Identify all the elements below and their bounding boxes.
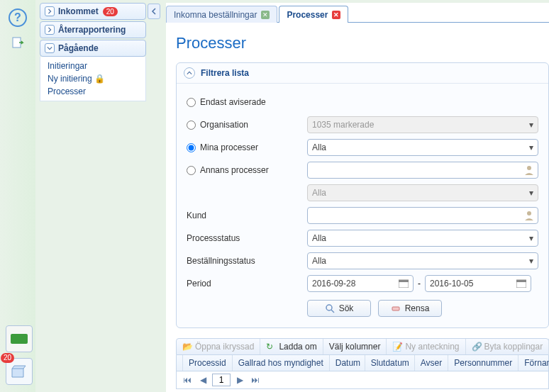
button-label: Byta kopplingar (484, 342, 543, 352)
panel-aterrapportering[interactable]: Återrapportering (40, 21, 146, 38)
reload-button[interactable]: ↻Ladda om (260, 339, 323, 354)
clear-button[interactable]: Rensa (378, 300, 442, 317)
pager-last[interactable]: ⏭ (249, 374, 262, 386)
col-slutdatum[interactable]: Slutdatum (365, 355, 415, 371)
date-value: 2016-10-05 (430, 279, 473, 289)
eraser-icon (391, 303, 401, 313)
dropdown-icon: ▾ (529, 233, 533, 243)
label: Kund (187, 211, 206, 220)
page-title: Processer (176, 34, 549, 52)
svg-rect-6 (516, 280, 526, 282)
annans-subselect: Alla▾ (307, 184, 538, 201)
sublink-ny-initiering[interactable]: Ny initiering 🔒 (48, 72, 145, 85)
doc-icon[interactable] (10, 35, 26, 51)
organisation-select: 1035 markerade▾ (307, 116, 538, 133)
new-note-button[interactable]: 📝Ny anteckning (387, 339, 465, 354)
svg-point-7 (326, 305, 332, 310)
dropdown-icon: ▾ (529, 142, 533, 152)
panel-label: Pågående (58, 43, 99, 53)
choose-columns-button[interactable]: Välj kolumner (323, 339, 387, 354)
date-value: 2016-09-28 (312, 279, 355, 289)
col-checkbox[interactable] (177, 355, 183, 371)
date-to-input[interactable]: 2016-10-05 (425, 275, 531, 292)
sidebar: Inkommet 20 Återrapportering Pågående In… (40, 3, 146, 103)
col-avser[interactable]: Avser (415, 355, 448, 371)
bestallningsstatus-select[interactable]: Alla▾ (307, 252, 538, 269)
col-personnummer[interactable]: Personnummer (448, 355, 518, 371)
panel-pagaende[interactable]: Pågående (40, 40, 146, 57)
kund-input[interactable] (307, 207, 538, 224)
date-from-input[interactable]: 2016-09-28 (307, 275, 414, 292)
dropdown-icon: ▾ (529, 120, 533, 130)
svg-line-8 (331, 310, 334, 313)
pager-next[interactable]: ▶ (233, 374, 246, 386)
mina-processer-select[interactable]: Alla▾ (307, 139, 538, 156)
calendar-icon[interactable] (516, 279, 526, 288)
panel-inkommet[interactable]: Inkommet 20 (40, 3, 146, 20)
svg-rect-9 (392, 307, 399, 310)
tab-inkomna-bestallningar[interactable]: Inkomna beställningar ✕ (166, 6, 277, 23)
radio-mina-processer[interactable] (187, 143, 196, 152)
tabbar: Inkomna beställningar ✕ Processer ✕ (166, 3, 549, 23)
filter-panel: Filtrera lista Endast aviserade Organisa… (176, 62, 549, 328)
button-label: Välj kolumner (329, 342, 381, 352)
svg-point-1 (527, 166, 531, 170)
annans-processer-input[interactable] (307, 162, 538, 179)
select-value: Alla (312, 256, 326, 266)
search-button[interactable]: Sök (307, 300, 371, 317)
chevron-right-icon (45, 6, 55, 16)
dropdown-icon: ▾ (529, 256, 533, 266)
collapse-filter-icon[interactable] (184, 67, 195, 79)
radio-endast-aviserade[interactable] (187, 98, 196, 107)
pager-first[interactable]: ⏮ (181, 374, 194, 386)
svg-point-2 (527, 211, 531, 215)
sublinks: Initieringar Ny initiering 🔒 Processer (40, 57, 146, 101)
sublink-processer[interactable]: Processer (48, 85, 145, 98)
col-datum[interactable]: Datum (330, 355, 365, 371)
open-checked-button[interactable]: 📂Öppna ikryssad (177, 339, 260, 354)
label: Annans processer (200, 165, 269, 175)
pager-prev[interactable]: ◀ (196, 374, 209, 386)
col-gallrad[interactable]: Gallrad hos myndighet (233, 355, 330, 371)
dropdown-icon: ▾ (529, 188, 533, 198)
grid-toolbar: 📂Öppna ikryssad ↻Ladda om Välj kolumner … (176, 338, 549, 355)
chevron-right-icon (45, 25, 55, 35)
tray-app-2[interactable]: 20 (6, 358, 33, 385)
panel-label: Inkommet (58, 6, 99, 16)
search-icon (325, 303, 335, 313)
user-icon[interactable] (523, 164, 535, 178)
close-tab-icon[interactable]: ✕ (261, 11, 270, 19)
help-icon[interactable]: ? (9, 9, 27, 27)
select-value: Alla (312, 233, 326, 243)
tab-label: Processer (287, 10, 328, 20)
filter-title: Filtrera lista (201, 68, 249, 78)
reload-icon: ↻ (266, 342, 276, 352)
radio-annans-processer[interactable] (187, 166, 196, 175)
button-label: Ladda om (279, 342, 316, 352)
tab-label: Inkomna beställningar (174, 10, 257, 20)
main-area: Inkomna beställningar ✕ Processer ✕ Proc… (166, 3, 549, 392)
lock-icon: 🔒 (94, 74, 105, 84)
button-label: Öppna ikryssad (195, 342, 254, 352)
change-links-button[interactable]: 🔗Byta kopplingar (466, 339, 550, 354)
user-icon[interactable] (523, 210, 535, 223)
label: Processstatus (187, 233, 240, 243)
collapse-sidebar-button[interactable] (148, 4, 160, 19)
pager: ⏮ ◀ ▶ ⏭ (176, 371, 549, 389)
close-tab-icon[interactable]: ✕ (332, 11, 340, 19)
col-fornamn[interactable]: Förnam (518, 355, 549, 371)
tab-processer[interactable]: Processer ✕ (279, 6, 348, 23)
label: Mina processer (200, 142, 258, 152)
select-value: Alla (312, 188, 326, 198)
open-icon: 📂 (182, 342, 192, 352)
col-processid[interactable]: Processid (183, 355, 233, 371)
tray-app-1[interactable] (6, 325, 33, 352)
pager-page-input[interactable] (212, 374, 231, 386)
radio-organisation[interactable] (187, 121, 196, 130)
processstatus-select[interactable]: Alla▾ (307, 230, 538, 247)
svg-rect-4 (399, 280, 409, 282)
panel-badge: 20 (103, 7, 118, 16)
note-icon: 📝 (392, 342, 402, 352)
sublink-initieringar[interactable]: Initieringar (48, 60, 145, 72)
calendar-icon[interactable] (399, 279, 409, 288)
